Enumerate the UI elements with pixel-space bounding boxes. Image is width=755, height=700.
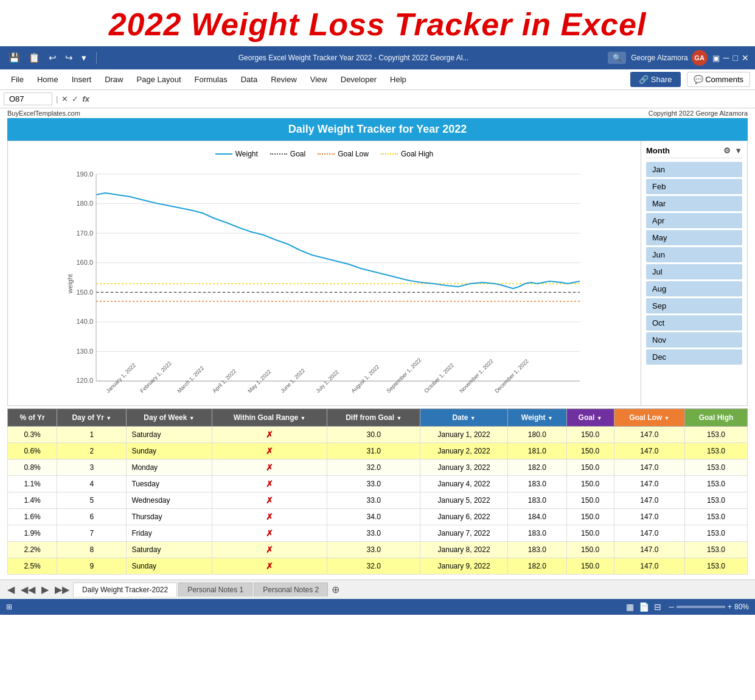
- menu-view[interactable]: View: [304, 72, 333, 86]
- minimize-icon[interactable]: ─: [723, 53, 729, 63]
- cell-reference[interactable]: [4, 93, 52, 105]
- th-day-of-week: Day of Week ▼: [127, 409, 212, 427]
- status-left-icon[interactable]: ⊞: [6, 603, 12, 611]
- month-oct[interactable]: Oct: [646, 315, 742, 331]
- tab-daily-weight[interactable]: Daily Weight Tracker-2022: [73, 583, 177, 597]
- tab-prev-icon[interactable]: ◀: [5, 584, 17, 595]
- undo2-icon[interactable]: ↪: [63, 51, 75, 65]
- cell-day: 2: [57, 443, 127, 460]
- restore-icon[interactable]: ▣: [712, 54, 720, 63]
- comments-button[interactable]: 💬 Comments: [687, 72, 750, 87]
- search-icon[interactable]: 🔍: [608, 52, 626, 64]
- cell-date: January 2, 2022: [420, 443, 508, 460]
- filter-arrow-goal[interactable]: ▼: [301, 415, 306, 421]
- svg-text:120.0: 120.0: [76, 377, 93, 384]
- tab-last-icon[interactable]: ▶▶: [52, 584, 72, 595]
- th-goal-low: Goal Low ▼: [614, 409, 684, 427]
- month-sep[interactable]: Sep: [646, 298, 742, 313]
- undo-icon[interactable]: ↩: [46, 51, 59, 65]
- cell-diff: 30.0: [327, 427, 420, 443]
- filter-arrow-goalcol[interactable]: ▼: [597, 415, 602, 421]
- save-icon[interactable]: 💾: [6, 51, 23, 65]
- table-row: 0.8% 3 Monday ✗ 32.0 January 3, 2022 182…: [8, 460, 748, 476]
- table-row: 1.9% 7 Friday ✗ 33.0 January 7, 2022 183…: [8, 525, 748, 542]
- legend-goal-label: Goal: [290, 150, 305, 158]
- menu-formulas[interactable]: Formulas: [189, 72, 234, 86]
- cell-weight: 183.0: [508, 542, 566, 558]
- formula-input[interactable]: [93, 94, 751, 103]
- svg-text:August 1, 2022: August 1, 2022: [350, 364, 380, 394]
- filter-arrow-dow[interactable]: ▼: [189, 415, 195, 421]
- menu-home[interactable]: Home: [31, 72, 64, 86]
- filter-funnel-icon[interactable]: ▼: [734, 146, 742, 155]
- menu-file[interactable]: File: [5, 72, 30, 86]
- month-aug[interactable]: Aug: [646, 281, 742, 296]
- tab-personal-notes-2[interactable]: Personal Notes 2: [254, 583, 328, 597]
- cell-dow: Tuesday: [127, 476, 212, 492]
- data-table: % of Yr Day of Yr ▼ Day of Week ▼ Within…: [7, 408, 748, 575]
- filter-arrow-day-yr[interactable]: ▼: [106, 415, 111, 421]
- add-sheet-icon[interactable]: ⊕: [329, 584, 342, 595]
- filter-arrow-date[interactable]: ▼: [470, 415, 476, 421]
- maximize-icon[interactable]: □: [733, 53, 738, 63]
- cell-goal-high: 153.0: [684, 492, 747, 509]
- cell-goal-high: 153.0: [684, 460, 747, 476]
- month-jun[interactable]: Jun: [646, 247, 742, 262]
- chart-main: Weight Goal Goal Low Goal High: [8, 141, 641, 405]
- menu-help[interactable]: Help: [384, 72, 412, 86]
- month-nov[interactable]: Nov: [646, 332, 742, 348]
- cell-day: 1: [57, 427, 127, 443]
- cell-day: 7: [57, 525, 127, 542]
- month-jul[interactable]: Jul: [646, 264, 742, 279]
- month-feb[interactable]: Feb: [646, 179, 742, 194]
- month-jan[interactable]: Jan: [646, 162, 742, 177]
- fx-icon[interactable]: fx: [82, 94, 89, 103]
- zoom-controls: ─ + 80%: [669, 603, 749, 611]
- within-goal-mark: ✗: [266, 545, 273, 555]
- menu-insert[interactable]: Insert: [66, 72, 98, 86]
- close-icon[interactable]: ✕: [742, 53, 749, 63]
- cell-goal: 150.0: [566, 492, 614, 509]
- menu-pagelayout[interactable]: Page Layout: [131, 72, 187, 86]
- accept-icon[interactable]: ✓: [72, 94, 78, 103]
- filter-arrow-weight[interactable]: ▼: [548, 415, 553, 421]
- svg-text:140.0: 140.0: [76, 318, 93, 325]
- page-break-icon[interactable]: ⊟: [654, 602, 661, 612]
- cell-pct: 2.2%: [8, 542, 57, 558]
- status-right: ▦ 📄 ⊟ ─ + 80%: [626, 602, 749, 612]
- menu-draw[interactable]: Draw: [99, 72, 129, 86]
- menu-developer[interactable]: Developer: [335, 72, 383, 86]
- tab-first-icon[interactable]: ◀◀: [18, 584, 38, 595]
- month-dec[interactable]: Dec: [646, 349, 742, 365]
- month-apr[interactable]: Apr: [646, 213, 742, 228]
- cell-goal-low: 147.0: [614, 443, 684, 460]
- month-may[interactable]: May: [646, 230, 742, 245]
- cell-pct: 1.9%: [8, 525, 57, 542]
- window-controls: ▣ ─ □ ✕: [712, 53, 749, 63]
- menu-review[interactable]: Review: [265, 72, 303, 86]
- th-within-goal: Within Goal Range ▼: [212, 409, 327, 427]
- cell-within-goal: ✗: [212, 443, 327, 460]
- save2-icon[interactable]: 📋: [26, 51, 43, 65]
- table-row: 2.5% 9 Sunday ✗ 32.0 January 9, 2022 182…: [8, 558, 748, 575]
- normal-view-icon[interactable]: ▦: [626, 602, 634, 612]
- zoom-in-icon[interactable]: +: [728, 603, 732, 611]
- month-mar[interactable]: Mar: [646, 196, 742, 211]
- share-button[interactable]: 🔗 Share: [630, 72, 680, 87]
- cell-goal: 150.0: [566, 443, 614, 460]
- dropdown-icon[interactable]: ▾: [79, 51, 89, 65]
- filter-arrow-diff[interactable]: ▼: [396, 415, 402, 421]
- zoom-out-icon[interactable]: ─: [669, 603, 674, 611]
- filter-settings-icon[interactable]: ⚙: [723, 146, 731, 155]
- checkmark-icon[interactable]: ✕: [61, 94, 68, 103]
- cell-day: 9: [57, 558, 127, 575]
- zoom-slider[interactable]: [677, 606, 725, 608]
- table-body: 0.3% 1 Saturday ✗ 30.0 January 1, 2022 1…: [8, 427, 748, 575]
- tab-next-icon[interactable]: ▶: [39, 584, 51, 595]
- cell-pct: 1.4%: [8, 492, 57, 509]
- filter-arrow-goalow[interactable]: ▼: [664, 415, 670, 421]
- menu-data[interactable]: Data: [235, 72, 263, 86]
- page-layout-icon[interactable]: 📄: [639, 602, 649, 612]
- data-table-wrapper: % of Yr Day of Yr ▼ Day of Week ▼ Within…: [7, 408, 748, 575]
- tab-personal-notes-1[interactable]: Personal Notes 1: [178, 583, 252, 597]
